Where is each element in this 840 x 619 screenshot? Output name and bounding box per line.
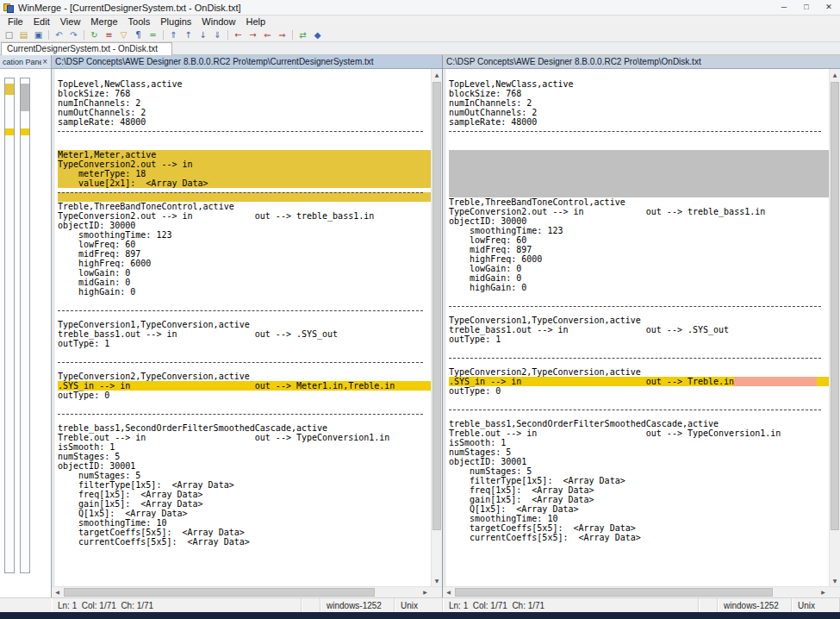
code-line[interactable]: TypeConversion2,TypeConversion,active — [58, 372, 431, 381]
copy-right-icon[interactable]: → — [246, 28, 260, 41]
horizontal-scrollbar[interactable]: ◀ ▶ — [443, 586, 840, 597]
scroll-up-icon[interactable]: ▲ — [830, 69, 840, 80]
separator-line[interactable] — [449, 306, 829, 316]
diff-line[interactable]: Meter1,Meter,active — [58, 150, 431, 159]
code-line[interactable]: currentCoeffs[5x5]: <Array Data> — [58, 537, 431, 547]
vertical-scrollbar[interactable]: ▲ ▼ — [829, 69, 840, 586]
code-line[interactable]: treble_bass1,SecondOrderFilterSmoothedCa… — [449, 419, 829, 428]
code-line[interactable]: lowFreq: 60 — [449, 235, 829, 245]
code-line[interactable]: gain[1x5]: <Array Data> — [58, 499, 431, 509]
code-line[interactable]: sampleRate: 48000 — [449, 117, 829, 127]
location-bar-right-file[interactable] — [20, 78, 30, 573]
code-line[interactable]: numStages: 5 — [449, 466, 829, 476]
tab-compare-files[interactable]: CurrentDesignerSystem.txt - OnDisk.txt — [1, 42, 172, 55]
code-line[interactable]: midGain: 0 — [449, 273, 829, 283]
horizontal-scrollbar-track[interactable] — [63, 587, 420, 597]
code-line[interactable]: smoothingTime: 123 — [58, 230, 431, 240]
code-line[interactable]: sampleRate: 48000 — [58, 117, 431, 127]
scroll-right-icon[interactable]: ▶ — [420, 587, 431, 597]
code-line[interactable]: midFreq: 897 — [58, 249, 431, 259]
scroll-down-icon[interactable]: ▼ — [432, 575, 442, 586]
code-line[interactable]: smoothingTime: 10 — [58, 518, 431, 528]
menu-edit[interactable]: Edit — [28, 16, 55, 28]
code-line[interactable]: TypeConversion1,TypeConversion,active — [58, 320, 431, 329]
code-line[interactable]: highFreq: 6000 — [58, 259, 431, 268]
diff-line[interactable]: TypeConversion2.out --> in — [58, 159, 431, 169]
code-line[interactable]: currentCoeffs[5x5]: <Array Data> — [449, 533, 829, 542]
code-line[interactable]: Treble.out --> in out --> TypeConversion… — [449, 428, 829, 438]
code-line[interactable]: freq[1x5]: <Array Data> — [58, 490, 431, 499]
diff-marker[interactable] — [21, 128, 29, 135]
diff-marker[interactable] — [5, 128, 14, 135]
code-line[interactable]: highGain: 0 — [58, 287, 431, 297]
copy-left-icon[interactable]: ← — [231, 28, 246, 41]
code-line[interactable]: midGain: 0 — [58, 278, 431, 287]
right-file-path-header[interactable]: C:\DSP Concepts\AWE Designer 8.B.0.0.RC2… — [443, 55, 840, 69]
auto-merge-icon[interactable]: ⇄ — [296, 28, 310, 41]
code-line[interactable]: outType: 1 — [58, 339, 431, 348]
deleted-block-line[interactable] — [449, 150, 829, 159]
code-line[interactable]: numStages: 5 — [58, 452, 431, 461]
code-line[interactable]: outType: 0 — [449, 386, 829, 396]
scroll-left-icon[interactable]: ◀ — [52, 587, 63, 597]
show-identical-icon[interactable]: = — [146, 28, 160, 41]
separator-line[interactable] — [58, 414, 431, 423]
code-line[interactable]: freq[1x5]: <Array Data> — [449, 485, 829, 495]
selected-diff-line[interactable]: .SYS_in --> in out --> Treble.in — [449, 377, 829, 386]
code-line[interactable] — [449, 396, 829, 405]
separator-line[interactable] — [449, 410, 829, 419]
vertical-scrollbar-thumb[interactable] — [432, 82, 441, 530]
vertical-scrollbar-thumb[interactable] — [831, 82, 839, 530]
code-line[interactable]: treble_bass1.out --> in out --> .SYS_out — [449, 325, 829, 335]
code-line[interactable]: filterType[1x5]: <Array Data> — [58, 480, 431, 490]
code-line[interactable]: midFreq: 897 — [449, 245, 829, 254]
code-line[interactable]: targetCoeffs[5x5]: <Array Data> — [58, 528, 431, 537]
horizontal-scrollbar[interactable]: ◀ ▶ — [52, 586, 442, 597]
options-icon[interactable]: ≡ — [102, 28, 116, 41]
code-line[interactable] — [449, 292, 829, 302]
right-file-content[interactable]: TopLevel,NewClass,activeblockSize: 768nu… — [446, 69, 829, 586]
deleted-block-line[interactable] — [449, 188, 829, 197]
code-line[interactable]: lowGain: 0 — [58, 268, 431, 278]
menu-merge[interactable]: Merge — [85, 16, 122, 28]
code-line[interactable]: isSmooth: 1 — [58, 442, 431, 452]
code-line[interactable] — [58, 348, 431, 358]
minimize-icon[interactable]: ─ — [773, 0, 795, 16]
first-difference-icon[interactable]: ⇑ — [166, 28, 181, 41]
separator-line[interactable] — [58, 131, 431, 141]
scroll-left-icon[interactable]: ◀ — [443, 587, 454, 597]
menu-window[interactable]: Window — [196, 16, 240, 28]
code-line[interactable]: blockSize: 768 — [449, 89, 829, 98]
code-line[interactable]: lowFreq: 60 — [58, 240, 431, 249]
menu-plugins[interactable]: Plugins — [155, 16, 196, 28]
deleted-block-line[interactable] — [449, 159, 829, 169]
scroll-up-icon[interactable]: ▲ — [432, 69, 442, 80]
code-line[interactable]: smoothingTime: 10 — [449, 514, 829, 523]
location-map[interactable] — [0, 69, 51, 597]
horizontal-scrollbar-track[interactable] — [454, 587, 818, 597]
view-whitespace-icon[interactable]: ¶ — [131, 28, 146, 41]
code-line[interactable]: lowGain: 0 — [449, 264, 829, 273]
diff-line[interactable]: meterType: 18 — [58, 169, 431, 178]
code-line[interactable]: Q[1x5]: <Array Data> — [58, 509, 431, 518]
code-line[interactable]: gain[1x5]: <Array Data> — [449, 495, 829, 504]
code-line[interactable]: highGain: 0 — [449, 283, 829, 292]
code-line[interactable]: Treble,ThreeBandToneControl,active — [449, 197, 829, 207]
code-line[interactable]: numStages: 5 — [58, 471, 431, 480]
code-line[interactable] — [58, 297, 431, 306]
scroll-down-icon[interactable]: ▼ — [830, 575, 840, 586]
last-difference-icon[interactable]: ⇓ — [210, 28, 225, 41]
code-line[interactable]: objectID: 30001 — [58, 461, 431, 471]
close-icon[interactable]: ✕ — [818, 0, 840, 16]
code-line[interactable]: TopLevel,NewClass,active — [449, 79, 829, 89]
code-line[interactable] — [58, 141, 431, 150]
scroll-right-icon[interactable]: ▶ — [818, 587, 829, 597]
separator-line[interactable] — [58, 192, 431, 202]
code-line[interactable]: outType: 1 — [449, 335, 829, 344]
copy-all-right-icon[interactable]: ⇒ — [275, 28, 289, 41]
code-line[interactable]: TypeConversion1,TypeConversion,active — [449, 316, 829, 325]
left-file-content[interactable]: TopLevel,NewClass,activeblockSize: 768nu… — [55, 69, 431, 586]
horizontal-scrollbar-thumb[interactable] — [455, 588, 773, 597]
code-line[interactable]: objectID: 30001 — [449, 457, 829, 466]
code-line[interactable]: TypeConversion2.out --> in out --> trebl… — [449, 207, 829, 216]
